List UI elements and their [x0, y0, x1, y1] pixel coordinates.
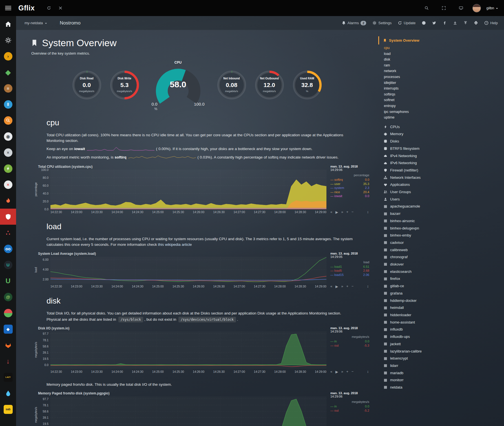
legend-entry-in[interactable]: — in0.0 [330, 404, 369, 409]
nav-app-diskover[interactable]: diskover [378, 261, 504, 268]
nav-app-binhex-emby[interactable]: binhex-emby [378, 232, 504, 239]
nav-section-ipv6-networking[interactable]: IPv6 Networking [378, 159, 504, 167]
sidebar-app-icon-green-bolt-app[interactable] [0, 160, 16, 177]
legend-entry-load5[interactable]: — load52.68 [330, 269, 369, 273]
nav-app-mariadb[interactable]: mariadb [378, 369, 504, 377]
chart-pan-right-button[interactable]: » [341, 284, 343, 289]
chart-zoom-in-button[interactable]: + [346, 210, 348, 214]
chart-play-button[interactable]: ▶ [335, 284, 338, 289]
nav-sub-softnet[interactable]: softnet [384, 97, 504, 103]
wikipedia-link[interactable]: this wikipedia article [158, 242, 192, 247]
nav-sub-softirqs[interactable]: softirqs [384, 92, 504, 97]
nav-app-monitorr[interactable]: monitorr [378, 376, 504, 384]
nav-sub-disk[interactable]: disk [384, 57, 504, 63]
chart-pan-left-button[interactable]: « [330, 284, 332, 289]
legend-entry-load1[interactable]: — load16.51 [330, 265, 369, 269]
legend-entry-out[interactable]: — out-5.2 [330, 409, 369, 413]
nav-app-binhex-delugevpn[interactable]: binhex-delugevpn [378, 225, 504, 232]
settings-button[interactable]: Settings [372, 21, 392, 25]
nav-section-network-interfaces[interactable]: Network Interfaces [378, 174, 504, 181]
chart-resize-handle[interactable]: ↕ [367, 284, 369, 289]
fullscreen-icon[interactable] [442, 6, 446, 11]
avatar[interactable] [472, 4, 481, 12]
sidebar-app-icon-lazylibrarian[interactable]: LAZY [0, 369, 16, 385]
nav-app-heimdall[interactable]: heimdall [378, 304, 504, 311]
sidebar-app-icon-red-dots-app[interactable]: ∴ [0, 225, 16, 241]
nav-app-bazarr[interactable]: bazarr [378, 210, 504, 217]
gauge-net-inbound[interactable]: Net Inbound0.08megabits/s [216, 69, 247, 102]
nav-sub-network[interactable]: network [384, 68, 504, 74]
sidebar-app-icon-green-u-app[interactable]: U [0, 273, 16, 289]
sidebar-app-icon-white-disc-app[interactable]: ◉ [0, 128, 16, 144]
nav-app-binhex-airsonic[interactable]: binhex-airsonic [378, 217, 504, 225]
nav-app-cadvisor[interactable]: cadvisor [378, 239, 504, 246]
nav-section-firewall-netfilter[interactable]: Firewall (netfilter) [378, 167, 504, 174]
nav-app-firefox[interactable]: firefox [378, 275, 504, 282]
nav-app-hiddenloader[interactable]: hiddenloader [378, 311, 504, 319]
help-button[interactable]: ? Help [484, 21, 498, 25]
sidebar-app-icon-grey-pinwheel-app[interactable]: × [0, 144, 16, 160]
nav-section-applications[interactable]: Applications [378, 181, 504, 188]
legend-entry-iowait[interactable]: — iowait0.0 [330, 194, 369, 198]
chart-zoom-out-button[interactable]: − [352, 284, 353, 289]
sidebar-app-icon-search-app[interactable] [0, 112, 16, 128]
chart-plot-load[interactable] [50, 257, 326, 284]
gauge-disk-read[interactable]: Disk Read0.0megabytes/s [71, 69, 103, 102]
nav-sub-ram[interactable]: ram [384, 63, 504, 68]
chart-pan-right-button[interactable]: » [341, 370, 343, 374]
nav-sub-idlejitter[interactable]: idlejitter [384, 80, 504, 86]
nav-section-disks[interactable]: Disks [378, 138, 504, 145]
sidebar-app-icon-audio-app[interactable]: ‖ [0, 96, 16, 112]
legend-entry-out[interactable]: — out-5.3 [330, 344, 369, 348]
sidebar-app-icon-plex[interactable]: › [0, 48, 16, 64]
gauge-disk-write[interactable]: Disk Write5.3megabytes/s [109, 69, 140, 102]
legend-entry-nice[interactable]: — nice20.4 [330, 190, 369, 194]
sidebar-app-icon-gitlab[interactable] [0, 337, 16, 353]
sidebar-app-icon-dark-green-app[interactable]: @ [0, 289, 16, 305]
nav-section-cpus[interactable]: CPUs [378, 123, 504, 131]
sidebar-app-icon-settings[interactable] [0, 32, 16, 48]
chart-zoom-out-button[interactable]: − [352, 370, 353, 374]
sidebar-app-icon-heimdall[interactable]: ◆ [0, 321, 16, 337]
legend-entry-in[interactable]: — in0.0 [330, 339, 369, 344]
nav-sub-entropy[interactable]: entropy [384, 103, 504, 109]
chart-pan-right-button[interactable]: » [341, 210, 343, 214]
nav-app-chronograf[interactable]: chronograf [378, 253, 504, 261]
chart-pan-left-button[interactable]: « [330, 370, 332, 374]
chart-plot-disk[interactable] [50, 331, 326, 369]
chart-zoom-in-button[interactable]: + [346, 370, 348, 374]
sidebar-app-icon-flame-app[interactable] [0, 193, 16, 209]
nav-system-overview[interactable]: System Overview [378, 36, 504, 44]
alarms-button[interactable]: Alarms 2 [342, 21, 366, 25]
nav-sub-load[interactable]: load [384, 51, 504, 57]
sidebar-app-icon-shield-app[interactable] [0, 209, 16, 225]
sidebar-app-icon-download-app[interactable]: ↓ [0, 353, 16, 369]
import-button[interactable] [453, 21, 457, 25]
nav-sub-ipc-semaphores[interactable]: ipc semaphores [384, 109, 504, 115]
nav-app-grafana[interactable]: grafana [378, 290, 504, 297]
menu-button[interactable] [0, 0, 16, 16]
gauge-net-outbound[interactable]: Net Outbound12.0megabits/s [254, 69, 285, 102]
chart-pan-left-button[interactable]: « [330, 210, 332, 214]
legend-entry-system[interactable]: — system2.3 [330, 186, 369, 190]
tv-mode-icon[interactable] [459, 6, 463, 11]
sidebar-app-icon-owncloud[interactable]: oo [0, 241, 16, 257]
sidebar-app-icon-split-app[interactable] [0, 305, 16, 321]
facebook-button[interactable] [443, 21, 447, 25]
chart-play-button[interactable]: ▶ [335, 370, 338, 374]
sidebar-app-icon-green-diamond-app[interactable]: ◆ [0, 64, 16, 80]
sidebar-app-icon-home[interactable] [0, 16, 16, 32]
nav-section-user-groups[interactable]: User Groups [378, 188, 504, 196]
export-button[interactable] [463, 21, 468, 25]
nav-app-elasticsearch[interactable]: elasticsearch [378, 268, 504, 275]
nav-section-ipv4-networking[interactable]: IPv4 Networking [378, 152, 504, 160]
legend-entry-load15[interactable]: — load152.06 [330, 273, 369, 277]
nav-app-gitlab-ce[interactable]: gitlab-ce [378, 282, 504, 290]
nav-app-lidarr[interactable]: lidarr [378, 362, 504, 369]
gauge-cpu[interactable]: CPU58.00.0100.0% [148, 61, 208, 111]
legend-entry-user[interactable]: — user35.3 [330, 182, 369, 186]
github-button[interactable] [422, 21, 426, 25]
nav-sub-cpu[interactable]: cpu [384, 45, 504, 51]
nav-app-hddtemp-docker[interactable]: hddtemp-docker [378, 297, 504, 304]
nav-sub-interrupts[interactable]: interrupts [384, 86, 504, 92]
